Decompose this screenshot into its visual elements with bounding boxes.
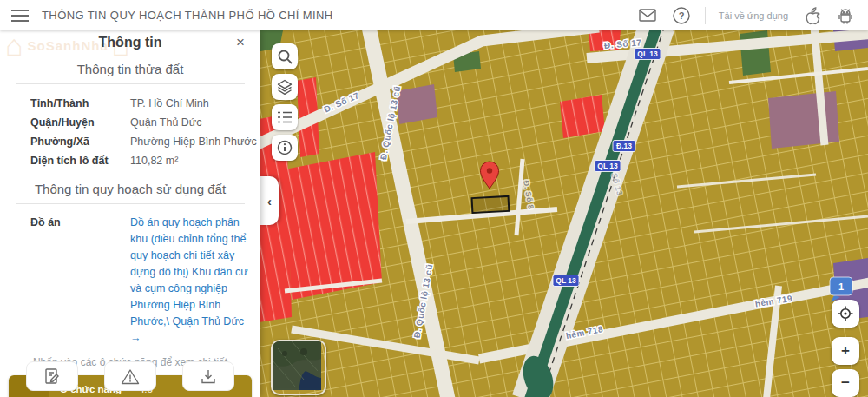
legend-button[interactable] <box>272 104 298 130</box>
menu-icon[interactable] <box>10 6 30 25</box>
route-badge: QL 13 <box>553 275 579 287</box>
svg-text:QL 13: QL 13 <box>556 276 576 285</box>
mail-icon[interactable] <box>637 5 658 26</box>
divider <box>705 7 706 24</box>
svg-text:1: 1 <box>838 281 844 292</box>
zone-mauve[interactable] <box>768 91 839 149</box>
divider <box>16 203 245 204</box>
info-button[interactable] <box>272 135 298 161</box>
project-row: Đồ án Đồ án quy hoạch phân khu (điều chỉ… <box>30 215 260 347</box>
map-container: Đ. Số 17 Đ. Số 17 Đ. Quốc lộ 13 cũ Đ. Qu… <box>260 30 868 397</box>
zoom-out-button[interactable]: − <box>832 369 859 397</box>
chevron-left-icon: ‹ <box>267 194 272 208</box>
download-app-label: Tải về ứng dụng <box>719 10 788 21</box>
route-badge: Đ.13 <box>613 141 635 152</box>
section-parcel-title: Thông tin thửa đất <box>0 62 260 76</box>
zone-red[interactable] <box>560 95 605 138</box>
page-title: THÔNG TIN QUY HOẠCH THÀNH PHỐ HỒ CHÍ MIN… <box>42 9 333 22</box>
svg-text:QL 13: QL 13 <box>597 162 618 170</box>
help-icon[interactable]: ? <box>671 5 692 26</box>
section-planning-title: Thông tin quy hoạch sử dụng đất <box>0 182 260 196</box>
field-row: Diện tích lô đất 110,82 m² <box>30 151 260 170</box>
field-row: Tỉnh/Thành TP. Hồ Chí Minh <box>30 94 260 113</box>
download-button[interactable] <box>182 361 234 391</box>
project-label: Đồ án <box>30 215 130 347</box>
project-link[interactable]: Đồ án quy hoạch phân khu (điều chỉnh tổn… <box>130 215 249 347</box>
field-row: Phường/Xã Phường Hiệp Bình Phước <box>30 132 260 151</box>
zoom-in-button[interactable]: + <box>832 337 859 365</box>
map-canvas[interactable]: Đ. Số 17 Đ. Số 17 Đ. Quốc lộ 13 cũ Đ. Qu… <box>260 30 868 397</box>
divider <box>16 83 245 84</box>
search-button[interactable] <box>272 43 298 69</box>
field-row: Quận/Huyện Quận Thủ Đức <box>30 113 260 132</box>
close-icon[interactable]: × <box>236 34 245 51</box>
panel-actions <box>0 361 260 391</box>
svg-text:Đ.13: Đ.13 <box>616 142 632 150</box>
locate-button[interactable] <box>832 300 859 328</box>
collapse-panel-button[interactable]: ‹ <box>260 176 279 225</box>
top-bar: THÔNG TIN QUY HOẠCH THÀNH PHỐ HỒ CHÍ MIN… <box>0 0 868 30</box>
route-badge: QL 13 <box>595 161 621 172</box>
zone-green[interactable] <box>740 30 771 76</box>
android-icon[interactable] <box>835 5 856 26</box>
satellite-thumbnail-icon <box>273 341 321 390</box>
svg-text:?: ? <box>678 10 684 21</box>
certificate-button[interactable] <box>26 361 78 391</box>
plus-icon: + <box>841 342 850 360</box>
selected-parcel-outline <box>472 196 510 213</box>
panel-title: Thông tin <box>99 35 162 50</box>
zone-mauve[interactable] <box>396 84 437 124</box>
arrow-right-icon: → <box>130 332 141 344</box>
layers-button[interactable] <box>272 74 298 100</box>
route-badge: QL 13 <box>635 49 661 60</box>
parcel-fields: Tỉnh/Thành TP. Hồ Chí Minh Quận/Huyện Qu… <box>30 94 260 170</box>
basemap-switcher[interactable] <box>271 340 326 395</box>
minus-icon: − <box>841 374 850 392</box>
warning-button[interactable] <box>104 361 156 391</box>
svg-text:QL 13: QL 13 <box>637 50 658 58</box>
apple-icon[interactable] <box>801 5 822 26</box>
zone-red[interactable] <box>285 152 382 300</box>
info-panel: ⌂ SoSanhNha ⌂ Thông tin × Thông tin thửa… <box>0 30 260 397</box>
